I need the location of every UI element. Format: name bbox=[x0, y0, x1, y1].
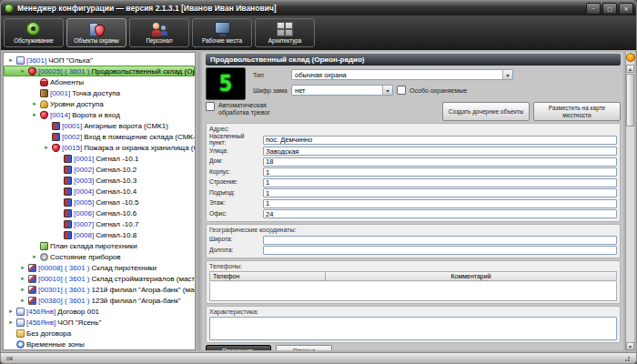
doc-icon bbox=[28, 264, 36, 272]
panel-splitter[interactable] bbox=[197, 52, 200, 350]
toolbar-button-architecture[interactable]: Архитектура bbox=[255, 18, 315, 47]
address-field-input[interactable] bbox=[263, 209, 617, 218]
special-guard-checkbox[interactable] bbox=[397, 86, 406, 95]
special-guard-label: Особо охраняемые bbox=[410, 87, 467, 94]
expand-arrow-icon[interactable]: ▸ bbox=[19, 264, 26, 271]
zone-count-value: 5 bbox=[219, 71, 232, 96]
scroll-up-icon[interactable]: ▲ bbox=[626, 65, 634, 73]
vertical-scrollbar[interactable]: ▲ ▼ bbox=[625, 52, 634, 350]
tree-item[interactable]: [0005]Сигнал -10.5 bbox=[4, 197, 195, 207]
scroll-thumb[interactable] bbox=[626, 74, 634, 126]
resize-grip[interactable] bbox=[622, 354, 631, 362]
chevron-down-icon[interactable]: ▾ bbox=[382, 86, 392, 95]
cipher-label: Шифр зама bbox=[253, 87, 288, 94]
expand-arrow-icon[interactable]: ▸ bbox=[19, 297, 26, 304]
tree-item[interactable]: ▸[456Янв]Договор 001 bbox=[4, 306, 195, 317]
characteristic-textarea[interactable] bbox=[209, 317, 617, 340]
expand-arrow-icon[interactable]: ▸ bbox=[31, 100, 38, 107]
address-field-input[interactable] bbox=[263, 188, 617, 197]
tree-item[interactable]: Без договора bbox=[4, 328, 195, 339]
type-select[interactable]: обычная охрана ▾ bbox=[291, 69, 513, 80]
toolbar-button-label: Объекты охраны bbox=[74, 37, 118, 44]
key-icon bbox=[40, 100, 48, 108]
tree-item-number: [0014] bbox=[50, 111, 70, 119]
tree-item-label: Уровни доступа bbox=[50, 100, 104, 108]
expand-arrow-icon[interactable]: ▸ bbox=[7, 56, 15, 64]
tree-item-label: ЧОП "Ясень" bbox=[57, 318, 101, 327]
scroll-down-icon[interactable]: ▼ bbox=[626, 342, 634, 350]
device-icon bbox=[64, 209, 72, 217]
tree-item[interactable]: [0001]Ангарные ворота (СМК1) bbox=[4, 120, 195, 131]
geo-field-input[interactable] bbox=[263, 236, 617, 245]
create-children-button[interactable]: Создать дочерние объекты bbox=[442, 102, 530, 121]
tree-item[interactable]: Временные зоны bbox=[4, 339, 195, 349]
tree-item-number: [00380] ( 3601 ) bbox=[38, 297, 89, 305]
tree-item[interactable]: ▸[00008] ( 3601 )Склад пиротехники bbox=[4, 262, 195, 273]
address-field-input[interactable] bbox=[263, 178, 617, 187]
tree-item[interactable]: ▸[0014]Ворота и вход bbox=[4, 109, 195, 120]
tree-item-label: Сигнал -10.5 bbox=[96, 198, 138, 207]
tree-item-label: Сигнал-10.4 bbox=[96, 187, 136, 196]
tree-item-number: [0005] bbox=[74, 198, 94, 207]
tree-item[interactable]: [0008]Сигнал-10.8 bbox=[4, 229, 195, 240]
tree-item[interactable]: [0002]Сигнал-10.2 bbox=[4, 164, 195, 175]
toolbar-button-workplaces[interactable]: Рабочие места bbox=[192, 18, 252, 47]
cipher-select[interactable]: нет ▾ bbox=[291, 85, 393, 96]
tree-item[interactable]: [0004]Сигнал-10.4 bbox=[4, 186, 195, 197]
tree-item[interactable]: План склада пиротехники bbox=[4, 240, 195, 251]
minimize-button[interactable]: – bbox=[586, 3, 601, 15]
expand-arrow-icon[interactable]: ▸ bbox=[43, 144, 50, 151]
tree-item[interactable]: [0002]Вход в помещение склада (СМК-2) bbox=[4, 131, 195, 142]
tree-item-label: Сигнал-10.2 bbox=[96, 166, 136, 174]
auto-alarm-label: Автоматическая обработка тревог bbox=[218, 102, 277, 116]
chevron-down-icon[interactable]: ▾ bbox=[502, 70, 512, 79]
form-actions: Применить Отмена bbox=[206, 345, 621, 350]
tree-item[interactable]: Абоненты bbox=[4, 76, 195, 87]
phones-table-body[interactable] bbox=[209, 282, 617, 301]
expand-arrow-icon[interactable]: ▸ bbox=[19, 286, 26, 293]
place-on-map-button[interactable]: Разместить на карте местности bbox=[533, 102, 621, 121]
auto-alarm-checkbox[interactable] bbox=[206, 102, 215, 111]
tree-item-number: [0001] bbox=[50, 89, 70, 97]
tree-item[interactable]: ▸Уровни доступа bbox=[4, 98, 195, 109]
tree-item[interactable]: ▸[00380] ( 3601 )123й филиал "Агора-банк… bbox=[4, 295, 195, 306]
close-button[interactable]: ✕ bbox=[619, 3, 633, 15]
tree-item[interactable]: ▸[0015]Пожарка и охранка хранилища (Сигн… bbox=[4, 142, 195, 153]
tree-item[interactable]: [0006]Сигнал-10.6 bbox=[4, 207, 195, 218]
shield-icon bbox=[40, 111, 48, 119]
tree-item[interactable]: ▸[00301] ( 3601 )121й филиал "Агора-банк… bbox=[4, 284, 195, 295]
cancel-button[interactable]: Отмена bbox=[276, 345, 332, 350]
address-field-input[interactable] bbox=[263, 199, 617, 208]
expand-arrow-icon[interactable]: ▸ bbox=[7, 318, 15, 326]
tree-item[interactable]: [0001]Точка доступа bbox=[4, 87, 195, 98]
tree-item[interactable]: [0003]Сигнал-10.3 bbox=[4, 175, 195, 186]
expand-arrow-icon[interactable]: ▸ bbox=[19, 67, 26, 75]
expand-arrow-icon[interactable]: ▸ bbox=[19, 275, 26, 282]
tree-item[interactable]: ▸[00025] ( 3601 )Продовольственный склад… bbox=[4, 66, 195, 76]
tree-item[interactable]: ▸Состояние приборов bbox=[4, 251, 195, 262]
expand-arrow-icon[interactable]: ▸ bbox=[7, 308, 15, 315]
toolbar-button-service[interactable]: Обслуживание bbox=[4, 18, 64, 47]
expand-arrow-icon[interactable]: ▸ bbox=[31, 253, 38, 260]
tree-item[interactable]: ▸[3601]ЧОП "Ольха" bbox=[4, 55, 195, 66]
maximize-button[interactable]: ▢ bbox=[602, 3, 617, 15]
toolbar-button-objects[interactable]: Объекты охраны bbox=[66, 18, 126, 47]
alert-icon[interactable] bbox=[626, 53, 635, 62]
main-toolbar: ОбслуживаниеОбъекты охраныПерсоналРабочи… bbox=[1, 15, 636, 50]
tree-item[interactable]: [0001]Сигнал -10.1 bbox=[4, 153, 195, 164]
tree-item[interactable]: [0007]Сигнал -10.7 bbox=[4, 218, 195, 229]
geo-field-input[interactable] bbox=[263, 246, 617, 255]
tree-item[interactable]: ▸[00010] ( 3601 )Склад стройматериалов (… bbox=[4, 273, 195, 284]
expand-arrow-icon[interactable]: ▸ bbox=[31, 111, 38, 118]
address-field-input[interactable] bbox=[263, 136, 617, 145]
object-title-bar: Продовольственный склад (Орион-радио) bbox=[206, 54, 621, 66]
apply-button[interactable]: Применить bbox=[206, 345, 271, 350]
app-icon bbox=[5, 4, 14, 13]
toolbar-button-personnel[interactable]: Персонал bbox=[129, 18, 189, 47]
tree-item[interactable]: ▸[456Янв]ЧОП "Ясень" bbox=[4, 317, 195, 328]
people-icon bbox=[151, 22, 167, 36]
shield-icon bbox=[28, 67, 36, 76]
address-field-input[interactable] bbox=[263, 157, 617, 167]
address-field-input[interactable] bbox=[263, 147, 617, 156]
address-field-input[interactable] bbox=[263, 167, 617, 177]
